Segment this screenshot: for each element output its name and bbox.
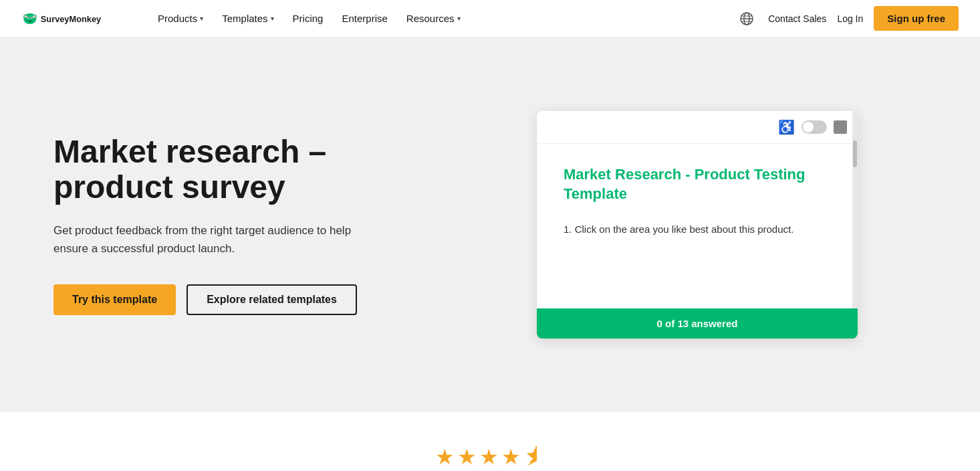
star-half: ⯨ (523, 444, 545, 470)
survey-body: Market Research - Product Testing Templa… (537, 144, 858, 291)
try-template-button[interactable]: Try this template (53, 284, 176, 315)
star-4: ★ (501, 444, 521, 470)
svg-point-6 (28, 17, 29, 18)
hero-buttons: Try this template Explore related templa… (53, 284, 428, 315)
menu-icon[interactable] (834, 120, 847, 134)
svg-point-9 (33, 15, 35, 17)
logo-link[interactable]: SurveyMonkey (21, 8, 128, 29)
hero-content: Market research – product survey Get pro… (53, 134, 428, 315)
toggle-switch[interactable] (802, 120, 827, 134)
templates-chevron-icon: ▾ (271, 15, 274, 22)
navbar-right: Contact Sales Log In Sign up free (736, 6, 959, 31)
nav-resources[interactable]: Resources ▾ (398, 7, 469, 29)
hero-preview: ♿ Market Research - Product Testing Temp… (428, 111, 927, 339)
contact-sales-link[interactable]: Contact Sales (768, 13, 826, 24)
globe-icon (739, 11, 754, 26)
explore-templates-button[interactable]: Explore related templates (187, 284, 357, 315)
scrollbar-thumb (853, 140, 857, 167)
accessibility-icon: ♿ (778, 119, 795, 135)
star-3: ★ (479, 444, 499, 470)
stars-row: ★ ★ ★ ★ ⯨ (21, 444, 959, 470)
nav-pricing[interactable]: Pricing (285, 7, 332, 29)
products-chevron-icon: ▾ (200, 15, 203, 22)
login-link[interactable]: Log In (837, 13, 863, 24)
scrollbar[interactable] (852, 111, 858, 339)
hero-title: Market research – product survey (53, 134, 428, 205)
main-nav: Products ▾ Templates ▾ Pricing Enterpris… (150, 7, 736, 29)
survey-preview-title: Market Research - Product Testing Templa… (564, 165, 831, 203)
star-2: ★ (457, 444, 477, 470)
star-1: ★ (435, 444, 455, 470)
survey-toolbar: ♿ (537, 111, 858, 144)
ratings-section: ★ ★ ★ ★ ⯨ SurveyMonkey is rated 4.5 out … (0, 412, 980, 471)
hero-description: Get product feedback from the right targ… (53, 221, 374, 258)
nav-enterprise[interactable]: Enterprise (334, 7, 395, 29)
survey-progress[interactable]: 0 of 13 answered (537, 308, 858, 339)
hero-section: Market research – product survey Get pro… (0, 37, 980, 412)
survey-question: 1. Click on the area you like best about… (564, 222, 831, 238)
nav-templates[interactable]: Templates ▾ (214, 7, 281, 29)
nav-products[interactable]: Products ▾ (150, 7, 211, 29)
svg-point-8 (24, 15, 27, 17)
resources-chevron-icon: ▾ (457, 15, 461, 22)
svg-point-7 (31, 17, 32, 18)
surveymonkey-logo: SurveyMonkey (21, 8, 128, 29)
svg-text:SurveyMonkey: SurveyMonkey (41, 13, 102, 23)
survey-preview-card: ♿ Market Research - Product Testing Temp… (537, 111, 858, 339)
language-selector[interactable] (736, 8, 757, 29)
signup-button[interactable]: Sign up free (874, 6, 959, 31)
navbar: SurveyMonkey Products ▾ Templates ▾ Pric… (0, 0, 980, 37)
